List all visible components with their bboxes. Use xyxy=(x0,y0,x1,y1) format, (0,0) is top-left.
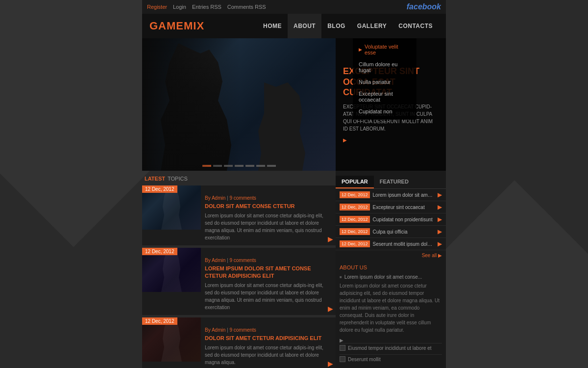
facebook-icon-text: facebook xyxy=(407,2,441,11)
checkbox-item-1: Eiusmod tempor incididunt ut labore et xyxy=(340,343,442,352)
popular-arrow-4: ▶ xyxy=(438,228,442,235)
popular-date-5: 12 Dec, 2012 xyxy=(340,240,370,247)
dot-3[interactable] xyxy=(224,165,233,167)
about-header: ABOUT US xyxy=(340,264,442,270)
article-arrow-1[interactable]: ▶ xyxy=(328,235,333,243)
popular-arrow-5: ▶ xyxy=(438,240,442,247)
article-meta-1: By Admin | 9 comments xyxy=(205,195,332,201)
dropdown-item-5[interactable]: Cupidatat non xyxy=(353,105,416,117)
popular-item-4[interactable]: 12 Dec, 2012 Culpa qui officia ▶ xyxy=(336,226,446,238)
popular-item-1[interactable]: 12 Dec, 2012 Lorem ipsum dolor sit amet … xyxy=(336,189,446,201)
checkbox-item-2: Deserunt mollit xyxy=(340,354,442,364)
logo-part1: GAME xyxy=(149,20,184,32)
sidebar-tabs: POPULAR FEATURED xyxy=(336,176,446,189)
article-thumb-3: 12 Dec, 2012 xyxy=(142,317,201,362)
see-all-link[interactable]: See all ▶ xyxy=(336,250,446,261)
about-section: ABOUT US Lorem ipsum dolor sit amet cons… xyxy=(336,261,446,368)
article-thumb-1: 12 Dec, 2012 xyxy=(142,185,201,230)
nav-contacts[interactable]: CONTACTS xyxy=(392,14,439,38)
article-content-1: By Admin | 9 comments DOLOR SIT AMET CON… xyxy=(201,185,336,245)
article-2: 12 Dec, 2012 By Admin | 9 comments LOREM… xyxy=(142,248,336,315)
tab-popular[interactable]: POPULAR xyxy=(336,176,374,188)
article-excerpt-2: Lorem ipsum dolor sit amet conse ctetur … xyxy=(205,282,332,311)
thumb-figure-2 xyxy=(157,250,186,292)
thumb-figure-3 xyxy=(157,320,186,362)
article-date-2: 12 Dec, 2012 xyxy=(142,248,177,255)
dot-5[interactable] xyxy=(245,165,254,167)
popular-title-3: Cupidatat non proidentisunt xyxy=(373,217,435,222)
popular-title-1: Lorem ipsum dolor sit amet conse... xyxy=(373,192,435,198)
article-meta-2: By Admin | 9 comments xyxy=(205,258,332,263)
left-column: LATEST TOPICS 12 Dec, 2012 By Admin | 9 … xyxy=(142,171,336,368)
dropdown-item-3[interactable]: Nulla pariatur xyxy=(353,76,416,88)
popular-date-2: 12 Dec, 2012 xyxy=(340,204,370,210)
checkbox-2[interactable] xyxy=(340,356,345,362)
login-link[interactable]: Login xyxy=(173,4,186,10)
popular-arrow-1: ▶ xyxy=(438,191,442,198)
about-highlight: ABOUT xyxy=(340,264,358,270)
hero-more-link[interactable]: ▶ xyxy=(343,137,439,143)
topbar: Register Login Entries RSS Comments RSS … xyxy=(142,0,446,14)
article-thumb-2: 12 Dec, 2012 xyxy=(142,248,201,292)
article-comments-2[interactable]: 9 comments xyxy=(229,258,256,263)
article-meta-3: By Admin | 9 comments xyxy=(205,327,332,333)
dot-1[interactable] xyxy=(202,165,211,167)
checkbox-label-2: Deserunt mollit xyxy=(348,357,381,362)
nav-home[interactable]: HOME xyxy=(257,14,288,38)
about-more[interactable]: ▶ xyxy=(340,338,442,343)
popular-title-4: Culpa qui officia xyxy=(373,229,435,235)
popular-title-2: Excepteur sint occaecat xyxy=(373,205,435,210)
tab-featured[interactable]: FEATURED xyxy=(374,176,415,188)
article-content-2: By Admin | 9 comments LOREM IPSUM DOLOR … xyxy=(201,248,336,315)
dot-4[interactable] xyxy=(235,165,244,167)
popular-item-2[interactable]: 12 Dec, 2012 Excepteur sint occaecat ▶ xyxy=(336,201,446,213)
logo-part2: MIX xyxy=(184,20,204,32)
dropdown-item-4[interactable]: Excepteur sint occaecat xyxy=(353,88,416,105)
article-arrow-3[interactable]: ▶ xyxy=(328,360,333,368)
article-headline-3[interactable]: DOLOR SIT AMET CTETUR ADIPISICING ELIT xyxy=(205,335,332,342)
dot-7[interactable] xyxy=(267,165,276,167)
thumb-figure-1 xyxy=(157,188,186,230)
dot-6[interactable] xyxy=(256,165,265,167)
nav-about[interactable]: ABOUT xyxy=(288,14,321,38)
facebook-link[interactable]: facebook xyxy=(407,2,441,11)
register-link[interactable]: Register xyxy=(147,4,167,10)
section-title-latest: LATEST TOPICS xyxy=(142,176,336,182)
popular-arrow-3: ▶ xyxy=(438,216,442,223)
popular-date-4: 12 Dec, 2012 xyxy=(340,228,370,235)
slider-dots xyxy=(142,165,336,167)
article-headline-1[interactable]: DOLOR SIT AMET CONSE CTETUR xyxy=(205,203,332,210)
dropdown-item-2[interactable]: Cillum dolore eu fugat xyxy=(353,58,416,76)
about-link[interactable]: Lorem ipsum dolor sit amet conse... xyxy=(340,274,442,280)
topbar-links: Register Login Entries RSS Comments RSS xyxy=(147,4,266,10)
article-comments-1[interactable]: 9 comments xyxy=(229,195,256,201)
article-comments-3[interactable]: 9 comments xyxy=(229,327,256,333)
popular-date-1: 12 Dec, 2012 xyxy=(340,191,370,198)
article-arrow-2[interactable]: ▶ xyxy=(328,305,333,313)
about-rest: US xyxy=(360,264,367,270)
popular-item-5[interactable]: 12 Dec, 2012 Seserunt mollit ipsum dolor… xyxy=(336,238,446,250)
soldier-shape-1 xyxy=(152,43,240,171)
checkbox-1[interactable] xyxy=(340,345,345,351)
dropdown-item-1[interactable]: ▶ Voluptate velit esse xyxy=(353,41,416,58)
article-headline-2[interactable]: LOREM IPSUM DOLOR SIT AMET CONSE CTETUR … xyxy=(205,265,332,279)
popular-arrow-2: ▶ xyxy=(438,204,442,210)
popular-title-5: Seserunt mollit ipsum dolor sit... xyxy=(373,241,435,247)
entries-rss-link[interactable]: Entries RSS xyxy=(192,4,221,10)
dot-2[interactable] xyxy=(213,165,222,167)
comments-rss-link[interactable]: Comments RSS xyxy=(227,4,266,10)
nav-blog[interactable]: BLOG xyxy=(321,14,351,38)
soldier-shape-2 xyxy=(252,82,311,171)
article-3: 12 Dec, 2012 By Admin | 9 comments DOLOR… xyxy=(142,317,336,368)
popular-item-3[interactable]: 12 Dec, 2012 Cupidatat non proidentisunt… xyxy=(336,213,446,226)
header: GAMEMIX HOME ABOUT BLOG GALLERY CONTACTS xyxy=(142,14,446,38)
article-1: 12 Dec, 2012 By Admin | 9 comments DOLOR… xyxy=(142,185,336,245)
section-highlight: LATEST xyxy=(145,176,165,182)
dropdown-arrow-icon: ▶ xyxy=(359,47,362,52)
checkbox-label-1: Eiusmod tempor incididunt ut labore et xyxy=(348,345,432,351)
nav-gallery[interactable]: GALLERY xyxy=(351,14,392,38)
about-text: Lorem ipsum dolor sit amet conse ctetur … xyxy=(340,282,442,334)
right-column: POPULAR FEATURED 12 Dec, 2012 Lorem ipsu… xyxy=(336,171,446,368)
article-date-3: 12 Dec, 2012 xyxy=(142,317,177,325)
article-excerpt-1: Lorem ipsum dolor sit amet conse ctetur … xyxy=(205,212,332,241)
